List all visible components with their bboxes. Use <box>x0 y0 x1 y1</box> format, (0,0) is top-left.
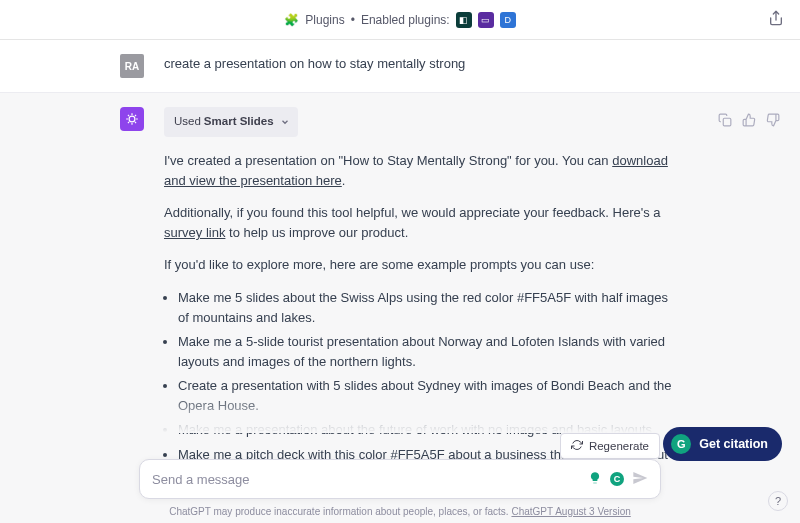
enabled-plugins-label: Enabled plugins: <box>361 13 450 27</box>
plugin-indicator: 🧩 Plugins • Enabled plugins: ◧ ▭ D <box>284 12 515 28</box>
copy-icon[interactable] <box>718 113 732 130</box>
puzzle-icon: 🧩 <box>284 13 299 27</box>
bulb-icon[interactable] <box>588 471 602 488</box>
assistant-paragraph-2: Additionally, if you found this tool hel… <box>164 203 680 243</box>
input-area: C <box>139 459 661 499</box>
share-button[interactable] <box>768 10 784 29</box>
message-actions <box>718 113 780 130</box>
thumbs-up-icon[interactable] <box>742 113 756 130</box>
regenerate-button[interactable]: Regenerate <box>560 433 660 459</box>
user-message-row: RA create a presentation on how to stay … <box>0 40 800 93</box>
plugin-icon-2: ▭ <box>478 12 494 28</box>
user-avatar: RA <box>120 54 144 78</box>
thumbs-down-icon[interactable] <box>766 113 780 130</box>
list-item: Create a presentation with 5 slides abou… <box>178 376 680 416</box>
assistant-paragraph-1: I've created a presentation on "How to S… <box>164 151 680 191</box>
circle-c-icon[interactable]: C <box>610 472 624 486</box>
message-input-box[interactable]: C <box>139 459 661 499</box>
plugin-icon-1: ◧ <box>456 12 472 28</box>
citation-badge-icon: G <box>671 434 691 454</box>
svg-rect-2 <box>723 118 731 126</box>
help-button[interactable]: ? <box>768 491 788 511</box>
svg-point-1 <box>129 116 135 122</box>
chevron-down-icon <box>280 115 290 133</box>
assistant-message-body: Used Smart Slides I've created a present… <box>164 107 680 489</box>
list-item: Make me a 5-slide tourist presentation a… <box>178 332 680 372</box>
assistant-avatar <box>120 107 144 131</box>
survey-link[interactable]: survey link <box>164 225 225 240</box>
send-button[interactable] <box>632 470 648 489</box>
list-item: Make me 5 slides about the Swiss Alps us… <box>178 288 680 328</box>
version-link[interactable]: ChatGPT August 3 Version <box>511 506 630 517</box>
plugin-icon-3: D <box>500 12 516 28</box>
disclaimer-text: ChatGPT may produce inaccurate informati… <box>0 506 800 517</box>
plugins-label: Plugins <box>305 13 344 27</box>
used-plugin-chip[interactable]: Used Smart Slides <box>164 107 298 137</box>
assistant-paragraph-3: If you'd like to explore more, here are … <box>164 255 680 275</box>
refresh-icon <box>571 439 583 453</box>
message-input[interactable] <box>152 472 588 487</box>
get-citation-button[interactable]: G Get citation <box>663 427 782 461</box>
user-message-text: create a presentation on how to stay men… <box>164 54 680 78</box>
top-bar: 🧩 Plugins • Enabled plugins: ◧ ▭ D <box>0 0 800 40</box>
